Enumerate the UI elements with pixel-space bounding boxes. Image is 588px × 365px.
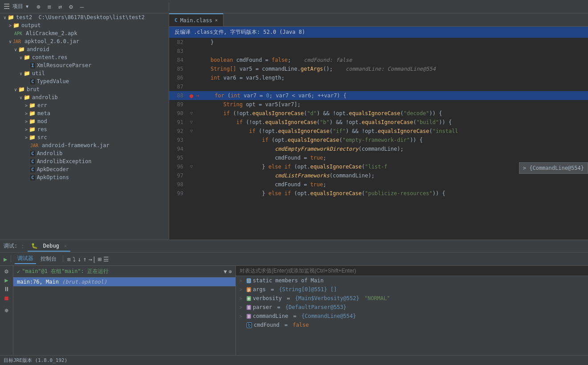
tree-label-alicrackme: AliCrackme_2.apk [26,30,77,36]
tree-item-androlib[interactable]: ∨ 📁 androlib [0,93,169,101]
dropdown-icon[interactable]: ⊕ [229,269,232,275]
filter-icon[interactable]: ▼ [224,269,227,275]
tree-arrow: > [25,135,28,140]
tree-item-androlib-class[interactable]: C Androlib [0,149,169,157]
tree-arrow: ∨ [20,95,22,100]
tree-item-android-framework[interactable]: JAR android-framework.jar [0,141,169,149]
code-line-87: 87 [169,82,588,91]
fold-icon[interactable]: ▽ [190,109,193,118]
tree-label-apktool: apktool_2.6.0.jar [24,38,79,44]
tree-item-brut[interactable]: ∨ 📁 brut [0,85,169,93]
resume-icon[interactable]: ▶ [4,256,7,263]
expression-input[interactable] [236,266,588,276]
run-to-cursor-icon[interactable]: →| [89,256,96,263]
var-icon-parser: ≡ [247,305,251,310]
var-icon-cmdfound: b [247,322,252,328]
var-item-cmdfound[interactable]: b cmdFound = false [236,321,588,329]
tree-item-output[interactable]: > 📁 output [0,21,169,29]
tree-label-res: res [37,126,47,132]
tree-label-xmlresourceparser: XmlResourceParser [37,62,92,68]
debug-status-text: "main"@1 在组"main": 正在运行 [22,268,109,275]
tree-label-test2: test2 C:\Users\86178\Desktop\list\test2 [16,14,145,20]
tab-bar: C Main.class × [169,13,588,27]
var-item-args[interactable]: > p args = {String[0]@551} [] [236,285,588,294]
add-icon[interactable]: ⊕ [35,2,42,11]
java-class-icon: C [30,79,35,84]
tree-item-androlibexception[interactable]: C AndrolibException [0,157,169,165]
tree-item-typedvalue[interactable]: C TypedValue [0,77,169,85]
fold-icon4[interactable]: ▽ [190,162,193,171]
tree-item-src[interactable]: > 📁 src [0,133,169,141]
tree-label-androlibexception: AndrolibException [37,158,92,164]
tree-arrow: > [25,119,28,124]
debug-toolbar: ▶ 调试器 控制台 ≡ ⤵ ↓ ↑ →| ⊞ ☰ [0,253,588,266]
frames-icon[interactable]: ≡ [67,256,70,263]
minimize-icon[interactable]: — [78,2,85,11]
var-item-static[interactable]: > S static members of Main [236,276,588,285]
tree-label-androlib: androlib [32,94,58,100]
add-side-icon[interactable]: ⊕ [4,307,8,314]
code-line-84: 84 boolean cmdFound = false; cmdFound: f… [169,56,588,64]
project-dropdown-icon[interactable]: ▼ [26,4,28,9]
arrows-icon[interactable]: ⇄ [57,2,64,11]
evaluate-icon[interactable]: ⊞ [98,256,101,263]
step-over-icon[interactable]: ⤵ [73,256,76,263]
step-into-icon[interactable]: ↓ [77,256,81,263]
tree-item-meta[interactable]: > 📁 meta [0,109,169,117]
tab-debug[interactable]: 🐛 Debug × [28,241,70,252]
tree-label-src: src [37,134,47,140]
tree-item-test2[interactable]: ∨ 📁 test2 C:\Users\86178\Desktop\list\te… [0,13,169,21]
console-tab[interactable]: 控制台 [38,254,59,264]
tree-arrow: > [25,111,28,116]
debug-frame-selected[interactable]: main:76, Main (brut.apktool) [13,277,235,286]
folder-icon: 📁 [8,14,14,20]
folder-icon: 📁 [24,70,30,76]
stop-side-icon[interactable]: ■ [4,294,8,301]
var-item-parser[interactable]: > ≡ parser = {DefaultParser@553} [236,303,588,312]
tree-item-alicrackme[interactable]: APK AliCrackme_2.apk [0,29,169,37]
var-icon-args: p [247,287,251,292]
code-line-96: 96 ▽ } else if (opt.equalsIgnoreCase("li… [169,162,588,171]
java-icon: I [30,63,35,68]
debug-tab-close[interactable]: × [64,244,67,249]
fold-icon3[interactable]: ▽ [190,127,193,136]
java-class-icon2: C [30,151,35,156]
debugger-tab[interactable]: 调试器 [15,254,36,264]
tree-item-apkoptions[interactable]: C ApkOptions [0,173,169,181]
apk-icon: APK [14,31,22,36]
fold-icon2[interactable]: ▽ [190,118,193,127]
debug-side-panel: ⚙ ▶ ⏸ ■ ⊕ [0,266,13,355]
tree-item-xmlresourceparser[interactable]: I XmlResourceParser [0,61,169,69]
bottom-panel: 调试: : 🐛 Debug × ▶ 调试器 控制台 ≡ ⤵ ↓ ↑ →| ⊞ ☰… [0,240,588,355]
folder-icon: 📁 [29,118,36,124]
tree-item-mod[interactable]: > 📁 mod [0,117,169,125]
pause-side-icon[interactable]: ⏸ [4,285,10,293]
tree-label-mod: mod [37,118,47,124]
tab-main-class[interactable]: C Main.class × [169,13,223,26]
tree-label-android: android [27,46,49,52]
folder-icon: 📁 [24,94,30,100]
tree-item-apkdecoder[interactable]: C ApkDecoder [0,165,169,173]
tree-item-content-res[interactable]: ∨ 📁 content.res [0,53,169,61]
tree-item-apktool[interactable]: ∨ JAR apktool_2.6.0.jar [0,37,169,45]
var-item-commandline[interactable]: > ≡ commandLine = {CommandLine@554} [236,312,588,321]
tab-close-button[interactable]: × [215,18,218,23]
var-item-verbosity[interactable]: > e verbosity = {Main$Verbosity@552} "NO… [236,294,588,303]
tree-label-apkoptions: ApkOptions [37,174,69,180]
project-label[interactable]: 项目 [12,3,23,10]
settings-debug-icon[interactable]: ☰ [103,256,109,263]
tree-arrow: ∨ [14,47,17,52]
tree-item-res[interactable]: > 📁 res [0,125,169,133]
settings-icon[interactable]: ⚙ [67,2,74,11]
play-side-icon[interactable]: ▶ [4,277,8,284]
code-line-90: 90 ▽ if (!opt.equalsIgnoreCase("d") && !… [169,109,588,118]
code-line-95: 95 cmdFound = true; [169,153,588,162]
tree-item-util[interactable]: ∨ 📁 util [0,69,169,77]
folder-icon: 📁 [18,86,25,92]
settings-side-icon[interactable]: ⚙ [4,268,8,275]
step-out-icon[interactable]: ↑ [83,256,86,263]
tree-item-android[interactable]: ∨ 📁 android [0,45,169,53]
code-editor[interactable]: 82 } 83 84 boolean cmdFound = false; cmd… [169,38,588,240]
tree-item-err[interactable]: > 📁 err [0,101,169,109]
list-icon[interactable]: ≡ [45,2,53,11]
